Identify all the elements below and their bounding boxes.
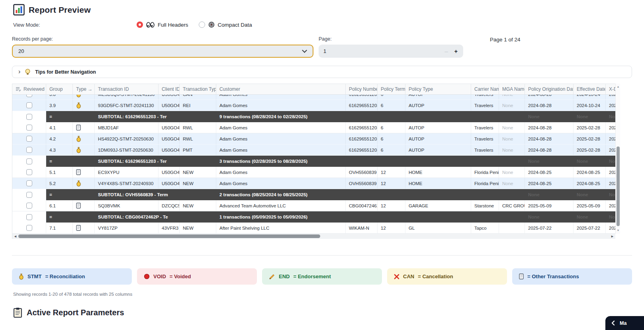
legend-description: = Cancellation: [418, 273, 453, 279]
subtotal-origination-cell-value: None: [528, 114, 540, 119]
records-per-page-select[interactable]: 20: [12, 45, 313, 58]
row-checkbox[interactable]: [26, 192, 32, 198]
subtotal-row: =SUBTOTAL: 616296551203 - Ter9 transacti…: [12, 111, 616, 122]
bar-chart-icon: [13, 4, 25, 16]
column-header-policy-number[interactable]: Policy Number: [346, 84, 378, 94]
page-increment-button[interactable]: +: [452, 48, 458, 55]
mga-name-cell-value: None: [502, 95, 513, 97]
client-id-cell: U50GO4: [159, 100, 180, 111]
report-table: ReviewedGroupType →Transaction IDClient …: [12, 84, 620, 239]
row-checkbox[interactable]: [26, 147, 32, 153]
legend-description: = Reconciliation: [45, 273, 85, 279]
row-checkbox[interactable]: [26, 180, 32, 186]
mga-name-cell-value: None: [502, 125, 513, 130]
sidebar-toggle-button[interactable]: Ma: [605, 316, 644, 330]
policy-number-cell-value: OVH5560839: [349, 181, 377, 186]
subtotal-x-date-cell-value: Non: [609, 114, 616, 119]
customer-cell-value: Advanced Team Automotive LLC: [219, 203, 286, 208]
row-checkbox[interactable]: [26, 136, 32, 142]
subtotal-spacer-cell: [346, 189, 525, 200]
column-header-reviewed[interactable]: Reviewed: [12, 84, 46, 94]
row-checkbox[interactable]: [26, 125, 32, 131]
policy-number-cell: 616296551203: [346, 100, 378, 111]
client-id-cell-value: U50GO4: [162, 125, 180, 130]
page-number-input[interactable]: 1 – +: [319, 45, 463, 58]
scroll-left-icon[interactable]: ◀: [13, 234, 18, 239]
policy-type-cell-value: HOME: [409, 181, 423, 186]
radio-unselected[interactable]: [199, 21, 205, 28]
carrier-name-cell: Travelers: [471, 144, 499, 155]
subtotal-label-cell-value: SUBTOTAL: 616296551203 - Ter: [98, 114, 167, 119]
view-mode-options: Full HeadersCompact Data: [137, 21, 252, 28]
column-header-type[interactable]: Type →: [73, 84, 95, 94]
lightbulb-icon: [25, 68, 31, 75]
column-header-policy-term[interactable]: Policy Term: [378, 84, 405, 94]
vertical-scrollbar[interactable]: ▲ ▼: [615, 84, 620, 234]
carrier-name-cell-value: Tapco: [474, 226, 487, 230]
row-checkbox[interactable]: [26, 225, 32, 231]
column-header-policy-origination-date[interactable]: Policy Origination Date: [525, 84, 574, 94]
column-header-policy-type[interactable]: Policy Type: [405, 84, 471, 94]
column-header-transaction-id[interactable]: Transaction ID: [95, 84, 159, 94]
transaction-type-cell-value: NEW: [183, 226, 194, 230]
mga-name-cell: CRC GROUP: [499, 200, 525, 211]
subtotal-effective-cell-value: None: [577, 215, 588, 219]
mga-name-cell-value: None: [502, 170, 513, 175]
row-checkbox[interactable]: [26, 169, 32, 175]
column-header-customer[interactable]: Customer: [216, 84, 346, 94]
row-checkbox[interactable]: [26, 158, 32, 164]
x-date-cell-value: 202: [609, 103, 616, 108]
horizontal-scroll-thumb[interactable]: [18, 234, 320, 238]
horizontal-scrollbar[interactable]: ◀ ▶: [12, 234, 615, 239]
column-header-carrier-name[interactable]: Carrier Name: [471, 84, 499, 94]
subtotal-row: =SUBTOTAL: OVH5560839 - Term2 transactio…: [12, 189, 616, 200]
column-header-group[interactable]: Group: [46, 84, 73, 94]
view-mode-option-full-headers[interactable]: Full Headers: [137, 21, 188, 28]
table-row: 5.1EC9XYPUU50GO4NEWAdam GomesOVH55608391…: [12, 167, 616, 178]
page-decrement-button[interactable]: –: [440, 48, 452, 55]
scroll-right-icon[interactable]: ▶: [610, 234, 615, 239]
row-checkbox[interactable]: [26, 95, 32, 97]
column-header-client-id[interactable]: Client ID: [159, 84, 180, 94]
section-divider: [12, 255, 632, 256]
x-date-cell-value: 202: [609, 170, 616, 175]
type-cell: [73, 167, 95, 178]
reviewed-cell: [12, 189, 46, 200]
radio-selected[interactable]: [137, 21, 143, 28]
view-mode-option-label: Compact Data: [218, 22, 252, 28]
row-checkbox[interactable]: [26, 102, 32, 108]
row-checkbox[interactable]: [26, 114, 32, 120]
group-cell: 6.1: [46, 200, 73, 211]
policy-type-cell-value: AUTOP: [409, 137, 424, 141]
subtotal-summary-cell: 1 transactions (05/09/2025 to 05/09/2026…: [216, 211, 346, 223]
view-mode-option-compact-data[interactable]: Compact Data: [199, 21, 252, 28]
legend-code: END: [279, 273, 290, 279]
scroll-up-icon[interactable]: ▲: [616, 84, 621, 89]
mga-name-cell: None: [499, 133, 525, 144]
policy-term-cell: 12: [378, 200, 405, 211]
subtotal-type-cell: [73, 156, 95, 167]
subtotal-x-date-cell: Non: [606, 211, 616, 223]
select-all-icon[interactable]: [16, 87, 21, 92]
column-header-effective-date[interactable]: Effective Date: [574, 84, 606, 94]
effective-date-cell: 2025-02-28: [574, 122, 606, 133]
subtotal-row: =SUBTOTAL: CBG00472462P - Te1 transactio…: [12, 211, 616, 223]
customer-cell: Adam Gomes: [216, 178, 346, 189]
row-checkbox[interactable]: [26, 203, 32, 209]
vertical-scroll-thumb[interactable]: [617, 146, 620, 226]
column-header-mga-name[interactable]: MGA Name: [499, 84, 525, 94]
transaction-id-cell: HS4922Q-STMT-20250630: [95, 133, 159, 144]
subtotal-label-cell-value: SUBTOTAL: CBG00472462P - Te: [98, 215, 168, 219]
column-header-transaction-type[interactable]: Transaction Type: [180, 84, 216, 94]
reviewed-cell: [12, 167, 46, 178]
customer-cell: Adam Gomes: [216, 167, 346, 178]
page-header: Report Preview: [0, 0, 644, 16]
scroll-down-icon[interactable]: ▼: [616, 228, 621, 233]
policy-type-cell: HOME: [405, 178, 471, 189]
type-cell: [73, 200, 95, 211]
table-row: 6.1SQ3BVMKDZCQC5NEWAdvanced Team Automot…: [12, 200, 616, 211]
subtotal-summary-cell-value: 2 transactions (08/25/2024 to 08/25/2025…: [219, 192, 307, 197]
row-checkbox[interactable]: [26, 214, 32, 220]
tips-expander[interactable]: › Tips for Better Navigation: [12, 66, 632, 78]
policy-origination-date-cell: 2024-08-28: [525, 95, 574, 100]
